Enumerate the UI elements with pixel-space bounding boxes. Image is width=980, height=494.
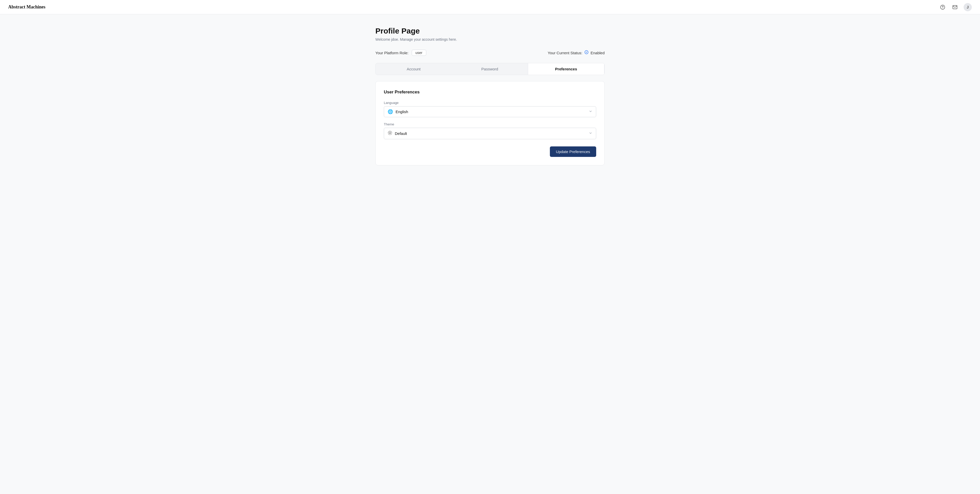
theme-field: Theme Default bbox=[384, 122, 596, 139]
svg-point-3 bbox=[389, 132, 391, 134]
theme-select[interactable]: Default bbox=[384, 128, 596, 139]
status-section: Your Current Status: Enabled bbox=[548, 50, 605, 55]
language-field: Language 🌐 English bbox=[384, 101, 596, 117]
language-label: Language bbox=[384, 101, 596, 105]
status-label: Your Current Status: bbox=[548, 51, 582, 55]
svg-line-11 bbox=[391, 131, 391, 132]
user-avatar[interactable]: J bbox=[964, 3, 972, 11]
navbar-actions: J bbox=[939, 3, 972, 11]
tabs-container: Account Password Preferences bbox=[375, 63, 605, 75]
theme-chevron-icon bbox=[589, 131, 592, 135]
theme-value: Default bbox=[395, 131, 589, 135]
page-title: Profile Page bbox=[375, 27, 605, 35]
tab-account[interactable]: Account bbox=[375, 63, 452, 75]
meta-row: Your Platform Role: user Your Current St… bbox=[375, 49, 605, 56]
tab-password[interactable]: Password bbox=[452, 63, 528, 75]
language-chevron-icon bbox=[589, 110, 592, 114]
card-title: User Preferences bbox=[384, 89, 596, 95]
brand-logo: Abstract Machines bbox=[8, 4, 45, 10]
theme-label: Theme bbox=[384, 122, 596, 126]
role-badge: user bbox=[412, 49, 426, 56]
status-check-icon bbox=[584, 50, 589, 55]
mail-icon[interactable] bbox=[951, 3, 959, 11]
navbar: Abstract Machines J bbox=[0, 0, 980, 14]
page-subtitle: Welcome jdoe. Manage your account settin… bbox=[375, 37, 605, 41]
button-row: Update Preferences bbox=[384, 147, 596, 157]
role-section: Your Platform Role: user bbox=[375, 49, 426, 56]
globe-icon: 🌐 bbox=[388, 109, 393, 115]
status-value: Enabled bbox=[590, 51, 605, 55]
update-preferences-button[interactable]: Update Preferences bbox=[550, 147, 596, 157]
svg-line-7 bbox=[391, 134, 391, 134]
svg-line-6 bbox=[388, 131, 389, 132]
svg-line-10 bbox=[388, 134, 389, 134]
tab-preferences[interactable]: Preferences bbox=[528, 63, 605, 75]
role-label: Your Platform Role: bbox=[375, 51, 409, 55]
preferences-card: User Preferences Language 🌐 English Them… bbox=[375, 81, 605, 165]
help-icon[interactable] bbox=[939, 3, 946, 11]
language-select[interactable]: 🌐 English bbox=[384, 106, 596, 117]
main-content: Profile Page Welcome jdoe. Manage your a… bbox=[367, 14, 613, 178]
sun-icon bbox=[388, 131, 392, 136]
language-value: English bbox=[396, 110, 589, 114]
